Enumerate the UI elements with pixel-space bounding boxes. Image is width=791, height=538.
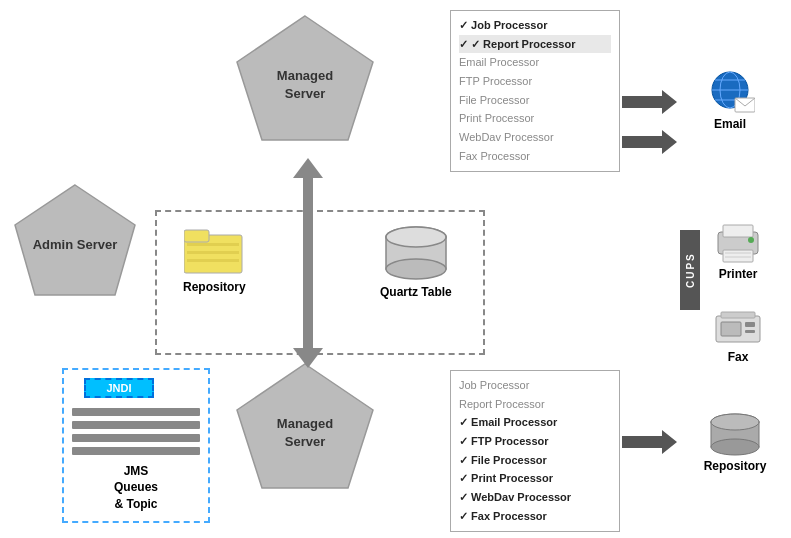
svg-marker-17 [293, 348, 323, 368]
proc-item-fax-top: Fax Processor [459, 147, 611, 166]
managed-server-top-pentagon: ManagedServer [230, 10, 380, 160]
svg-point-11 [386, 227, 446, 247]
proc-item-job-top: Job Processor [459, 16, 611, 35]
svg-marker-14 [622, 430, 677, 454]
printer-icon [713, 220, 763, 265]
svg-rect-33 [745, 330, 755, 333]
proc-item-file-top: File Processor [459, 91, 611, 110]
diagram: Admin Server ManagedServer ManagedServer… [0, 0, 791, 538]
fax-label: Fax [698, 350, 778, 364]
proc-item-ftp-bottom: ✓ FTP Processor [459, 432, 611, 451]
repository-right-label: Repository [695, 459, 775, 473]
svg-rect-27 [725, 252, 751, 254]
svg-rect-31 [721, 322, 741, 336]
jms-queues-box: JNDI JMSQueues& Topic [62, 368, 210, 523]
repository-text: Repository [183, 280, 246, 294]
svg-point-38 [711, 414, 759, 430]
cylinder-icon [381, 225, 451, 280]
proc-item-email-bottom: ✓ Email Processor [459, 413, 611, 432]
fax-icon [713, 308, 763, 348]
svg-marker-15 [293, 158, 323, 178]
svg-rect-16 [303, 178, 313, 348]
printer-label: Printer [698, 267, 778, 281]
fax-icon-area: Fax [698, 308, 778, 364]
proc-item-webdav-top: WebDav Processor [459, 128, 611, 147]
svg-point-37 [711, 439, 759, 455]
svg-rect-25 [723, 225, 753, 237]
email-label: Email [690, 117, 770, 131]
email-icon [705, 70, 755, 115]
proc-box-top: Job Processor ✓ Report Processor Email P… [450, 10, 620, 172]
svg-rect-6 [187, 251, 239, 254]
svg-marker-13 [622, 130, 677, 154]
svg-rect-34 [721, 312, 755, 318]
arrow-to-email [622, 90, 677, 117]
quartz-table-text: Quartz Table [380, 285, 452, 299]
proc-item-print-bottom: ✓ Print Processor [459, 469, 611, 488]
arrow-to-printer [622, 130, 677, 157]
svg-marker-12 [622, 90, 677, 114]
admin-server-pentagon: Admin Server [10, 180, 140, 310]
jms-label: JMSQueues& Topic [64, 463, 208, 513]
jndi-box: JNDI [84, 378, 154, 398]
proc-item-file-bottom: ✓ File Processor [459, 451, 611, 470]
repository-right-icon-area: Repository [695, 412, 775, 473]
jms-lines [72, 408, 200, 460]
repository-right-icon [708, 412, 763, 457]
svg-point-10 [386, 259, 446, 279]
arrow-to-repository [622, 430, 677, 457]
email-icon-area: Email [690, 70, 770, 131]
svg-rect-4 [184, 230, 209, 242]
svg-rect-5 [187, 243, 239, 246]
repository-icon-area: Repository [183, 225, 246, 294]
folder-icon [184, 225, 244, 275]
vertical-arrow [293, 158, 323, 371]
svg-rect-32 [745, 322, 755, 327]
svg-rect-7 [187, 259, 239, 262]
cups-badge: CUPS [680, 230, 700, 310]
printer-icon-area: Printer [698, 220, 778, 281]
proc-item-report-bottom: Report Processor [459, 395, 611, 414]
proc-item-job-bottom: Job Processor [459, 376, 611, 395]
proc-item-print-top: Print Processor [459, 109, 611, 128]
proc-item-ftp-top: FTP Processor [459, 72, 611, 91]
managed-server-top-label: ManagedServer [277, 67, 333, 103]
proc-item-report-top: ✓ Report Processor [459, 35, 611, 54]
managed-server-bottom-label: ManagedServer [277, 415, 333, 451]
proc-item-fax-bottom: ✓ Fax Processor [459, 507, 611, 526]
managed-server-bottom-pentagon: ManagedServer [230, 358, 380, 508]
svg-rect-28 [725, 256, 751, 258]
svg-point-29 [748, 237, 754, 243]
proc-item-webdav-bottom: ✓ WebDav Processor [459, 488, 611, 507]
admin-server-label: Admin Server [33, 236, 118, 254]
proc-item-email-top: Email Processor [459, 53, 611, 72]
proc-box-bottom: Job Processor Report Processor ✓ Email P… [450, 370, 620, 532]
quartz-table-icon-area: Quartz Table [380, 225, 452, 299]
